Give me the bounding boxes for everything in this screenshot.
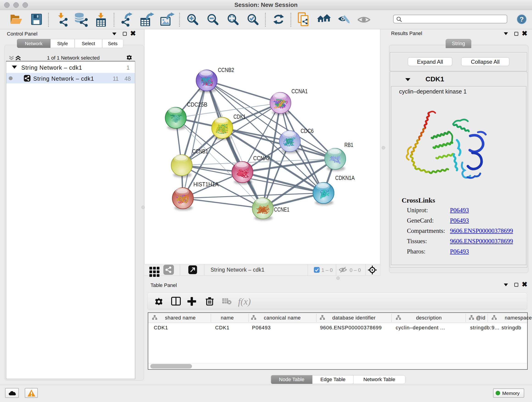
svg-text:CDC6: CDC6 <box>301 128 314 134</box>
svg-text:CCNA2: CCNA2 <box>253 155 270 162</box>
svg-text:CDK1: CDK1 <box>234 113 246 120</box>
svg-text:CCNB1: CCNB1 <box>192 148 208 155</box>
svg-text:HIST1H1A: HIST1H1A <box>193 181 219 188</box>
svg-text:CDKN1A: CDKN1A <box>335 174 355 181</box>
svg-text:CCNE1: CCNE1 <box>274 206 289 213</box>
svg-text:RB1: RB1 <box>344 141 353 148</box>
svg-text:CCNA1: CCNA1 <box>291 88 308 95</box>
svg-text:CCNB2: CCNB2 <box>218 66 234 73</box>
svg-text:CDC25B: CDC25B <box>187 101 207 108</box>
